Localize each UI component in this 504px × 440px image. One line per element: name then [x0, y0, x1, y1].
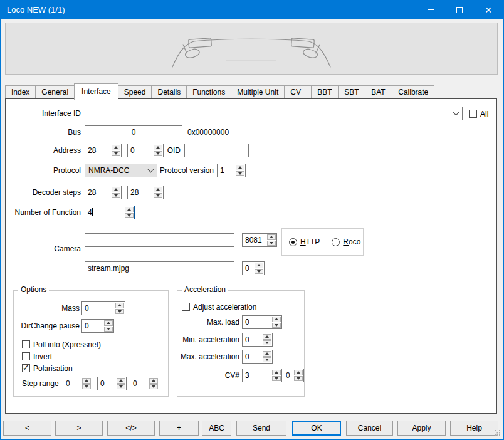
- spin-up-button[interactable]: [263, 351, 271, 357]
- spin-down-button[interactable]: [263, 357, 271, 363]
- spin-down-icon: [275, 324, 278, 327]
- all-checkbox-label: All: [480, 110, 488, 118]
- roco-radio[interactable]: [332, 238, 340, 246]
- spin-up-button[interactable]: [117, 378, 125, 384]
- invert-checkbox[interactable]: [22, 352, 30, 360]
- tab-interface[interactable]: Interface: [74, 83, 118, 100]
- tab-bat[interactable]: BAT: [365, 85, 392, 98]
- spin-up-button[interactable]: [294, 370, 303, 375]
- spin-down-button[interactable]: [112, 151, 120, 157]
- send-button[interactable]: Send: [236, 421, 286, 436]
- cv-spinner-1[interactable]: 3: [242, 369, 282, 382]
- spin-up-button[interactable]: [112, 187, 120, 192]
- tab-sbt[interactable]: SBT: [338, 85, 365, 98]
- spin-up-button[interactable]: [104, 320, 113, 326]
- decoder-steps-secondary-spinner[interactable]: 28: [127, 186, 164, 199]
- spin-down-button[interactable]: [236, 171, 244, 177]
- chevron-down-icon[interactable]: [449, 107, 462, 120]
- oid-field[interactable]: [184, 144, 249, 157]
- all-checkbox[interactable]: [469, 110, 477, 118]
- spin-down-button[interactable]: [272, 376, 281, 382]
- adjust-acceleration-checkbox-row[interactable]: Adjust acceleration: [182, 302, 256, 312]
- polarisation-checkbox-row[interactable]: ✓ Polarisation: [22, 364, 73, 373]
- camera-stream-spinner[interactable]: 0: [242, 261, 265, 275]
- spin-up-button[interactable]: [149, 378, 158, 384]
- roco-radio-row[interactable]: Roco: [332, 238, 360, 246]
- spin-down-button[interactable]: [255, 269, 263, 275]
- decoder-steps-spinner[interactable]: 28: [85, 186, 122, 199]
- cancel-button[interactable]: Cancel: [346, 421, 393, 436]
- spin-down-button[interactable]: [267, 241, 276, 246]
- dirchange-pause-spinner[interactable]: 0: [81, 319, 114, 333]
- step-range-spinner-2[interactable]: 0: [97, 377, 127, 390]
- spin-up-button[interactable]: [272, 317, 281, 322]
- resize-grip[interactable]: [495, 430, 500, 436]
- invert-checkbox-row[interactable]: Invert: [22, 352, 52, 361]
- xml-button[interactable]: </>: [107, 421, 155, 436]
- address-spinner[interactable]: 28: [85, 144, 122, 157]
- spin-down-button[interactable]: [272, 323, 281, 328]
- protocol-version-spinner[interactable]: 1: [217, 164, 246, 177]
- spin-up-button[interactable]: [125, 207, 134, 212]
- protocol-combobox[interactable]: NMRA-DCC: [85, 164, 157, 177]
- spin-down-button[interactable]: [294, 376, 303, 382]
- tab-general[interactable]: General: [35, 85, 75, 98]
- spin-down-button[interactable]: [117, 384, 125, 390]
- camera-stream-field[interactable]: stream.mjpg: [85, 261, 234, 275]
- spin-down-button[interactable]: [149, 384, 158, 390]
- max-acceleration-spinner[interactable]: 0: [242, 350, 273, 364]
- spin-up-button[interactable]: [154, 187, 162, 192]
- http-radio[interactable]: [289, 238, 297, 246]
- add-button[interactable]: +: [159, 421, 199, 436]
- tab-multiple-unit[interactable]: Multiple Unit: [231, 85, 285, 98]
- min-acceleration-spinner[interactable]: 0: [242, 333, 273, 347]
- tab-functions[interactable]: Functions: [186, 85, 231, 98]
- prev-button[interactable]: <: [3, 421, 51, 436]
- spin-up-button[interactable]: [112, 145, 120, 150]
- spin-down-button[interactable]: [263, 340, 271, 346]
- tab-bbt[interactable]: BBT: [311, 85, 339, 98]
- spin-up-button[interactable]: [272, 370, 281, 375]
- tab-cv[interactable]: CV: [284, 85, 312, 98]
- tab-speed[interactable]: Speed: [118, 85, 152, 98]
- spin-up-button[interactable]: [267, 234, 276, 240]
- number-of-function-spinner[interactable]: 4: [85, 206, 135, 219]
- step-range-spinner-3[interactable]: 0: [130, 377, 159, 390]
- spin-up-button[interactable]: [255, 263, 263, 268]
- interface-id-combobox[interactable]: [85, 107, 463, 120]
- polarisation-checkbox[interactable]: ✓: [22, 364, 30, 372]
- tab-calibrate[interactable]: Calibrate: [392, 85, 434, 98]
- tab-details[interactable]: Details: [151, 85, 187, 98]
- spin-up-button[interactable]: [82, 378, 91, 384]
- tab-index[interactable]: Index: [5, 85, 36, 98]
- spin-up-button[interactable]: [115, 303, 124, 308]
- adjust-acceleration-checkbox[interactable]: [182, 303, 190, 311]
- poll-info-checkbox-row[interactable]: Poll info (Xpressnet): [22, 340, 101, 349]
- mass-spinner[interactable]: 0: [81, 301, 125, 315]
- spin-down-icon: [238, 172, 242, 175]
- apply-button[interactable]: Apply: [397, 421, 446, 436]
- maximize-button[interactable]: [445, 0, 474, 19]
- abc-button[interactable]: ABC: [202, 421, 231, 436]
- bus-field[interactable]: 0: [85, 125, 182, 139]
- minimize-button[interactable]: [416, 0, 445, 19]
- spin-down-button[interactable]: [154, 193, 162, 199]
- cv-spinner-2[interactable]: 0: [283, 369, 304, 382]
- spin-down-button[interactable]: [115, 309, 124, 315]
- spin-down-button[interactable]: [112, 193, 120, 199]
- poll-info-checkbox[interactable]: [22, 340, 30, 348]
- camera-port-spinner[interactable]: 8081: [242, 233, 277, 247]
- spin-up-button[interactable]: [263, 334, 271, 340]
- close-button[interactable]: ✕: [474, 0, 503, 19]
- ok-button[interactable]: OK: [292, 421, 341, 436]
- camera-url-field[interactable]: [85, 233, 234, 247]
- spin-up-button[interactable]: [236, 165, 244, 170]
- step-range-spinner-1[interactable]: 0: [63, 377, 92, 390]
- http-radio-row[interactable]: HTTP: [289, 238, 320, 246]
- help-button[interactable]: Help: [450, 421, 498, 436]
- next-button[interactable]: >: [55, 421, 103, 436]
- spin-down-button[interactable]: [104, 327, 113, 332]
- spin-down-button[interactable]: [125, 213, 134, 219]
- max-load-spinner[interactable]: 0: [242, 315, 282, 329]
- spin-down-button[interactable]: [82, 384, 91, 390]
